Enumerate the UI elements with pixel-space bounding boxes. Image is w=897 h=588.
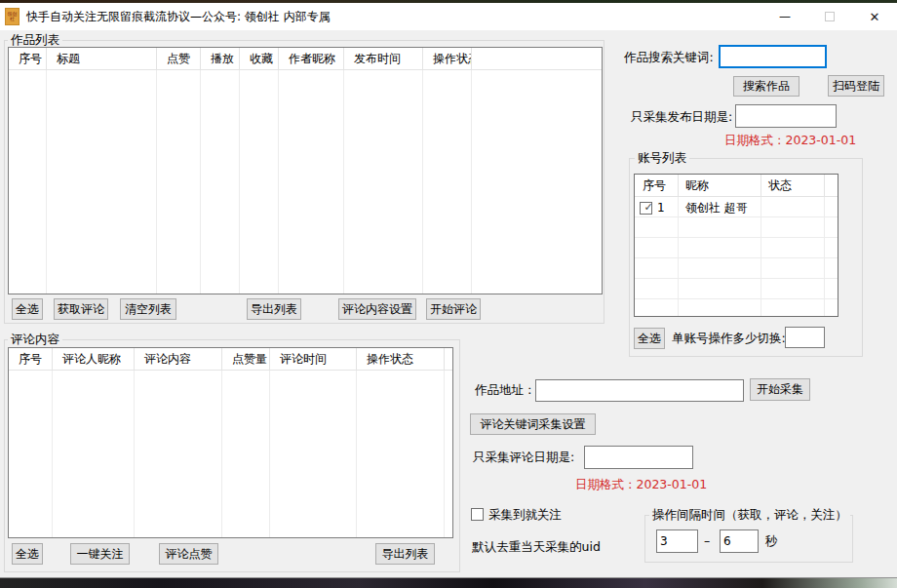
- comments-group-title: 评论内容: [8, 332, 62, 346]
- column-header-index[interactable]: 序号: [9, 48, 47, 69]
- interval-min-input[interactable]: [656, 529, 698, 553]
- column-header-author[interactable]: 作者昵称: [279, 48, 344, 69]
- export-comments-list-button[interactable]: 导出列表: [375, 543, 435, 565]
- comment-content-settings-button[interactable]: 评论内容设置: [338, 298, 416, 320]
- account-switch-label: 单账号操作多少切换:: [672, 331, 786, 347]
- column-header-comment-content[interactable]: 评论内容: [135, 348, 222, 370]
- account-nickname: 领创社 超哥: [679, 200, 761, 216]
- qr-login-button[interactable]: 扫码登陆: [828, 75, 884, 97]
- follow-on-collect-label: 采集到就关注: [488, 507, 562, 524]
- export-works-list-button[interactable]: 导出列表: [247, 298, 301, 320]
- select-all-accounts-button[interactable]: 全选: [634, 328, 665, 349]
- column-header-filler: [472, 48, 602, 69]
- one-click-follow-button[interactable]: 一键关注: [70, 543, 130, 565]
- comment-like-button[interactable]: 评论点赞: [159, 543, 218, 565]
- account-row[interactable]: ✓ 1 领创社 超哥: [635, 197, 838, 218]
- comment-date-label: 只采集评论日期是:: [473, 450, 574, 466]
- column-header-comment-time[interactable]: 评论时间: [270, 348, 357, 370]
- get-comments-button[interactable]: 获取评论: [54, 298, 108, 320]
- select-all-comments-button[interactable]: 全选: [12, 543, 43, 565]
- column-header-status[interactable]: 状态: [761, 175, 825, 196]
- column-header-favorites[interactable]: 收藏: [240, 48, 279, 69]
- window-title: 快手自动关注无限留痕截流协议—公众号: 领创社 内部专属: [26, 9, 331, 25]
- accounts-table: 序号 昵称 状态 ✓ 1 领创社 超哥: [634, 174, 838, 317]
- work-url-label: 作品地址：: [475, 382, 536, 399]
- publish-date-label: 只采集发布日期是:: [631, 109, 732, 126]
- account-index: 1: [657, 201, 665, 215]
- column-header-status[interactable]: 操作状态: [357, 348, 445, 370]
- column-header-status[interactable]: 操作状态: [423, 48, 472, 69]
- publish-date-input[interactable]: [735, 104, 837, 128]
- column-header-publish-time[interactable]: 发布时间: [344, 48, 423, 69]
- close-button[interactable]: ✕: [852, 3, 897, 30]
- interval-dash: –: [704, 533, 710, 548]
- interval-group-title: 操作间隔时间（获取，评论，关注）: [649, 507, 850, 522]
- column-header-filler: [825, 175, 838, 196]
- follow-on-collect-checkbox[interactable]: [471, 508, 484, 521]
- accounts-group-title: 账号列表: [635, 150, 689, 165]
- minimize-button[interactable]: —: [762, 3, 807, 30]
- works-table-body: [9, 70, 602, 294]
- column-header-nickname[interactable]: 昵称: [679, 175, 761, 196]
- column-header-filler: [445, 348, 453, 370]
- comment-date-input[interactable]: [584, 446, 693, 469]
- app-logo-icon: 领创 社: [5, 8, 20, 25]
- accounts-table-body: ✓ 1 领创社 超哥: [635, 197, 838, 316]
- works-table-header: 序号 标题 点赞 播放 收藏 作者昵称 发布时间 操作状态: [9, 48, 602, 70]
- search-works-button[interactable]: 搜索作品: [733, 76, 800, 97]
- account-checkbox[interactable]: ✓: [640, 202, 652, 215]
- column-header-index[interactable]: 序号: [9, 348, 53, 370]
- column-header-commenter[interactable]: 评论人昵称: [53, 348, 135, 370]
- publish-date-format-hint: 日期格式：2023-01-01: [724, 133, 856, 149]
- work-search-keyword-input[interactable]: [719, 45, 827, 68]
- maximize-button: [807, 3, 852, 30]
- work-search-keyword-label: 作品搜索关键词:: [624, 50, 714, 66]
- comment-keyword-collect-settings-button[interactable]: 评论关键词采集设置: [470, 413, 596, 435]
- column-header-like-count[interactable]: 点赞量: [222, 348, 270, 370]
- start-collect-button[interactable]: 开始采集: [750, 378, 810, 401]
- works-table: 序号 标题 点赞 播放 收藏 作者昵称 发布时间 操作状态: [8, 47, 603, 294]
- comments-table-header: 序号 评论人昵称 评论内容 点赞量 评论时间 操作状态: [9, 348, 452, 371]
- column-header-index[interactable]: 序号: [635, 175, 679, 196]
- dedupe-note: 默认去重当天采集的uid: [472, 539, 601, 556]
- works-group-title: 作品列表: [8, 32, 62, 47]
- check-icon: ✓: [644, 202, 652, 213]
- account-index-cell: ✓ 1: [635, 201, 679, 215]
- column-header-likes[interactable]: 点赞: [157, 48, 201, 69]
- account-switch-input[interactable]: [785, 327, 825, 348]
- desktop-background-bottom: [0, 578, 897, 588]
- interval-max-input[interactable]: [720, 529, 759, 553]
- window-titlebar: 领创 社 快手自动关注无限留痕截流协议—公众号: 领创社 内部专属 — ✕: [0, 3, 897, 30]
- interval-unit: 秒: [765, 533, 778, 550]
- column-header-title[interactable]: 标题: [47, 48, 157, 69]
- clear-list-button[interactable]: 清空列表: [120, 298, 176, 320]
- select-all-works-button[interactable]: 全选: [12, 298, 43, 320]
- column-header-plays[interactable]: 播放: [201, 48, 240, 69]
- start-comment-button[interactable]: 开始评论: [426, 298, 481, 320]
- comments-table-body: [9, 371, 452, 537]
- comment-date-format-hint: 日期格式：2023-01-01: [575, 477, 707, 493]
- accounts-table-header: 序号 昵称 状态: [635, 175, 838, 197]
- app-logo-text-bottom: 社: [10, 17, 15, 21]
- window-controls: — ✕: [762, 3, 897, 30]
- work-url-input[interactable]: [535, 379, 744, 402]
- maximize-icon: [825, 12, 835, 21]
- comments-table: 序号 评论人昵称 评论内容 点赞量 评论时间 操作状态: [8, 347, 453, 538]
